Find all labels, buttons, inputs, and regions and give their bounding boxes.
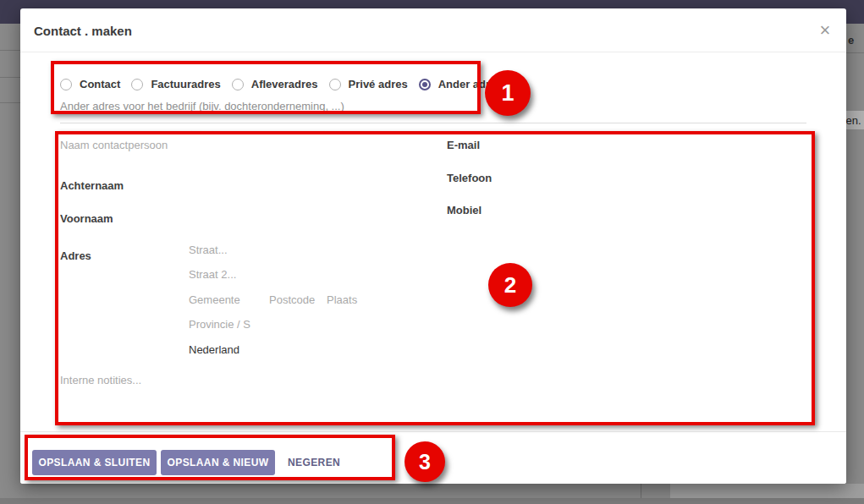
radio-icon [232, 79, 244, 90]
radio-icon [131, 79, 143, 90]
radio-description: Ander adres voor het bedrijf (bijv. doch… [60, 100, 344, 112]
radio-option-contact[interactable]: Contact [60, 78, 120, 90]
state-input[interactable] [189, 316, 253, 331]
save-new-button[interactable]: OPSLAAN & NIEUW [161, 450, 275, 475]
modal-title: Contact . maken [34, 8, 132, 52]
internal-notes-textarea[interactable] [60, 374, 788, 423]
radio-option-afleveradres[interactable]: Afleveradres [232, 78, 318, 90]
mobile-input[interactable] [537, 200, 807, 216]
create-contact-modal: Contact . maken × Contact Factuuradres A… [20, 8, 846, 484]
divider [60, 123, 806, 123]
zip-input[interactable] [269, 292, 322, 307]
close-icon[interactable]: × [813, 19, 837, 42]
address-label: Adres [60, 249, 91, 262]
modal-header: Contact . maken × [20, 8, 846, 52]
modal-footer: OPSLAAN & SLUITEN OPSLAAN & NIEUW NEGERE… [20, 431, 846, 484]
contact-type-radio-group: Contact Factuuradres Afleveradres Privé … [60, 77, 503, 91]
street-input[interactable] [189, 242, 409, 257]
background-divider [846, 52, 864, 53]
email-label: E-mail [447, 139, 480, 151]
background-divider [0, 50, 20, 51]
city-input[interactable] [189, 292, 263, 307]
background-footer-band [0, 498, 864, 504]
lastname-label: Achternaam [60, 179, 124, 192]
radio-option-prive-adres[interactable]: Privé adres [329, 78, 408, 90]
radio-icon [329, 79, 341, 90]
radio-icon [60, 79, 72, 90]
radio-option-ander-adres[interactable]: Ander adres [419, 78, 503, 90]
email-input[interactable] [537, 135, 807, 151]
save-close-button[interactable]: OPSLAAN & SLUITEN [32, 450, 157, 475]
street2-input[interactable] [189, 266, 409, 282]
firstname-label: Voornaam [60, 212, 113, 225]
radio-selected-icon [419, 79, 431, 90]
phone-label: Telefoon [447, 172, 492, 184]
background-panel [670, 484, 864, 498]
place-input[interactable] [327, 292, 386, 307]
background-row-line [0, 77, 20, 78]
screen: e ten. Contact . maken × Contact Factuur… [0, 0, 864, 504]
background-text-fragment: e [848, 34, 854, 47]
background-row-line [0, 102, 20, 103]
discard-button[interactable]: NEGEREN [288, 450, 340, 475]
contact-name-input[interactable] [60, 137, 314, 152]
mobile-label: Mobiel [447, 204, 482, 216]
radio-option-factuuradres[interactable]: Factuuradres [131, 78, 220, 90]
country-select[interactable]: Nederland [189, 343, 239, 356]
firstname-input[interactable] [189, 209, 426, 224]
phone-input[interactable] [537, 168, 807, 184]
lastname-input[interactable] [189, 176, 426, 191]
